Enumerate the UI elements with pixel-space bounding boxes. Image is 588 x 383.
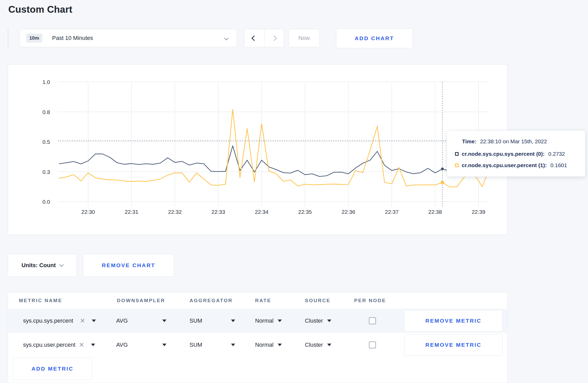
toolbar-divider	[8, 29, 8, 47]
column-header-per-node: PER NODE	[354, 298, 386, 303]
chevron-left-icon	[251, 35, 257, 41]
metric-name-select[interactable]: sys.cpu.user.percent ✕	[23, 342, 95, 348]
column-header-downsampler: DOWNSAMPLER	[117, 298, 165, 303]
aggregator-select[interactable]: SUM	[190, 317, 202, 324]
x-axis-label: 22:36	[342, 209, 355, 215]
close-icon[interactable]: ✕	[80, 318, 85, 324]
custom-chart-page: Custom Chart 10m Past 10 Minutes Now ADD…	[0, 0, 588, 383]
y-axis-label: 0.8	[43, 109, 50, 115]
rate-select[interactable]: Normal	[255, 342, 282, 348]
units-label: Units: Count	[22, 262, 56, 269]
page-title: Custom Chart	[8, 4, 72, 15]
time-back-button[interactable]	[244, 29, 264, 47]
table-row: sys.cpu.user.percent ✕ AVG SUM Normal Cl…	[8, 333, 507, 357]
hover-marker-square	[441, 181, 444, 184]
time-range-select[interactable]: 10m Past 10 Minutes	[20, 29, 237, 47]
chevron-down-icon	[224, 36, 229, 40]
x-axis-label: 22:35	[298, 209, 312, 215]
aggregator-select[interactable]: SUM	[190, 342, 202, 348]
rate-select[interactable]: Normal	[255, 317, 282, 324]
tooltip-series-value: 0.2732	[548, 151, 565, 157]
x-axis-label: 22:37	[385, 209, 399, 215]
time-range-badge: 10m	[26, 34, 42, 42]
remove-metric-button[interactable]: REMOVE METRIC	[404, 310, 503, 332]
hover-marker-circle	[441, 167, 444, 170]
chart-tooltip: Time: 22:38:10 on Mar 15th, 2022 cr.node…	[447, 130, 585, 177]
per-node-checkbox[interactable]	[369, 341, 376, 348]
downsampler-select[interactable]: AVG	[116, 342, 128, 348]
tooltip-time-row: Time: 22:38:10 on Mar 15th, 2022	[462, 138, 547, 145]
source-select[interactable]: Cluster	[305, 317, 331, 324]
table-row: sys.cpu.sys.percent ✕ AVG SUM Normal Clu…	[8, 309, 507, 333]
dropdown-caret-icon[interactable]	[162, 344, 166, 346]
x-axis-label: 22:38	[428, 209, 442, 215]
tooltip-time-label: Time:	[462, 138, 477, 145]
x-axis-label: 22:30	[81, 209, 95, 215]
chevron-right-icon	[271, 35, 277, 41]
tooltip-series-row: cr.node.sys.cpu.sys.percent (0): 0.2732	[455, 151, 565, 157]
x-axis-label: 22:32	[168, 209, 182, 215]
dropdown-caret-icon[interactable]	[231, 344, 235, 346]
x-axis-label: 22:33	[212, 209, 225, 215]
time-range-label: Past 10 Minutes	[52, 35, 93, 41]
series-user-swatch-icon	[455, 164, 459, 167]
dropdown-caret-icon[interactable]	[231, 320, 235, 322]
remove-chart-button[interactable]: REMOVE CHART	[83, 254, 174, 277]
chevron-down-icon	[59, 263, 64, 267]
chart-card[interactable]: 0.00.30.50.81.022:3022:3122:3222:3322:34…	[8, 64, 507, 235]
x-axis-label: 22:39	[472, 209, 485, 215]
x-axis-label: 22:31	[125, 209, 138, 215]
column-header-metric-name: METRIC NAME	[19, 298, 62, 303]
dropdown-caret-icon	[278, 344, 282, 346]
source-select[interactable]: Cluster	[305, 342, 331, 348]
dropdown-caret-icon[interactable]	[162, 320, 166, 322]
tooltip-series-row: cr.node.sys.cpu.user.percent (1): 0.1601	[455, 162, 567, 168]
dropdown-caret-icon	[327, 344, 331, 346]
series-line-1	[59, 109, 489, 187]
y-axis-label: 1.0	[43, 79, 50, 85]
downsampler-select[interactable]: AVG	[116, 317, 128, 324]
per-node-checkbox[interactable]	[369, 317, 376, 324]
column-header-source: SOURCE	[305, 298, 331, 303]
time-forward-button[interactable]	[264, 29, 284, 47]
x-axis-label: 22:34	[255, 209, 269, 215]
y-axis-label: 0.5	[43, 139, 50, 145]
dropdown-caret-icon	[92, 320, 96, 322]
add-chart-button[interactable]: ADD CHART	[336, 29, 413, 48]
units-select[interactable]: Units: Count	[8, 254, 77, 277]
now-button[interactable]: Now	[289, 29, 320, 47]
column-header-aggregator: AGGREGATOR	[190, 298, 233, 303]
series-line-0	[59, 146, 489, 176]
dropdown-caret-icon	[327, 320, 331, 322]
time-nav	[244, 29, 284, 47]
line-chart[interactable]: 0.00.30.50.81.022:3022:3122:3222:3322:34…	[8, 65, 507, 235]
series-sys-swatch-icon	[455, 152, 459, 156]
remove-metric-button[interactable]: REMOVE METRIC	[404, 334, 503, 356]
metric-name-select[interactable]: sys.cpu.sys.percent ✕	[23, 317, 96, 324]
y-axis-label: 0.0	[43, 199, 50, 205]
column-header-rate: RATE	[255, 298, 271, 303]
add-metric-button[interactable]: ADD METRIC	[13, 358, 92, 380]
tooltip-series-name: cr.node.sys.cpu.user.percent (1):	[462, 162, 547, 168]
tooltip-series-value: 0.1601	[550, 162, 567, 168]
close-icon[interactable]: ✕	[79, 342, 84, 348]
y-axis-label: 0.3	[43, 169, 50, 175]
tooltip-series-name: cr.node.sys.cpu.sys.percent (0):	[462, 151, 545, 157]
dropdown-caret-icon	[278, 320, 282, 322]
tooltip-time-value: 22:38:10 on Mar 15th, 2022	[480, 138, 547, 145]
dropdown-caret-icon	[91, 344, 95, 346]
